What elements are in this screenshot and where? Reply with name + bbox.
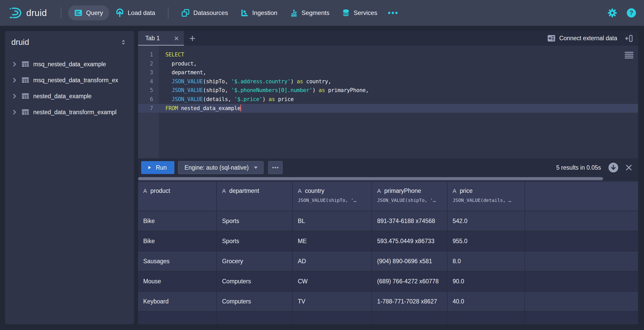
- chevron-right-icon[interactable]: [11, 109, 18, 115]
- chevron-right-icon[interactable]: [11, 93, 18, 99]
- editor-lines: 1SELECT2 product,3 department,4 JSON_VAL…: [138, 46, 638, 113]
- table-cell[interactable]: Bike: [138, 231, 217, 251]
- table-cell[interactable]: 891-374-6188 x74568: [372, 211, 447, 231]
- new-tab-button[interactable]: [184, 31, 201, 46]
- code-line[interactable]: 6 JSON_VALUE(details, '$.price') as pric…: [138, 95, 638, 104]
- run-more-button[interactable]: [268, 161, 283, 174]
- table-cell[interactable]: AD: [293, 251, 372, 271]
- table-cell[interactable]: 955.0: [447, 231, 525, 251]
- column-header-primaryPhone[interactable]: AprimaryPhoneJSON_VALUE(shipTo, '…: [372, 182, 447, 211]
- line-number: 5: [138, 86, 159, 95]
- tab-1[interactable]: Tab 1: [138, 31, 184, 46]
- sidebar-table-item[interactable]: msq_nested_data_transform_ex: [11, 72, 130, 88]
- sidebar-table-item[interactable]: msq_nested_data_example: [11, 56, 130, 72]
- column-header-empty: [525, 182, 638, 211]
- run-bar: Run Engine: auto (sql-native) 5 results …: [138, 158, 638, 177]
- table-cell-empty: [217, 311, 293, 324]
- table-cell[interactable]: Sausages: [138, 251, 217, 271]
- nav-item-query[interactable]: Query: [68, 5, 109, 20]
- table-cell-empty: [293, 311, 372, 324]
- nav-item-datasources[interactable]: Datasources: [175, 5, 234, 20]
- table-cell[interactable]: TV: [293, 291, 372, 311]
- table-cell[interactable]: 1-788-771-7028 x8627: [372, 291, 447, 311]
- editor-menu-icon[interactable]: [625, 52, 633, 59]
- table-cell[interactable]: Computers: [217, 291, 293, 311]
- table-cell[interactable]: Keyboard: [138, 291, 217, 311]
- code-line[interactable]: 5 JSON_VALUE(shipTo, '$.phoneNumbers[0].…: [138, 86, 638, 95]
- table-row: BikeSportsME593.475.0449 x86733955.0: [138, 231, 638, 251]
- druid-logo[interactable]: druid: [9, 6, 47, 20]
- nav-item-ingestion[interactable]: Ingestion: [234, 5, 283, 20]
- table-cell[interactable]: 40.0: [447, 291, 525, 311]
- settings-gear-icon[interactable]: [607, 8, 617, 18]
- table-cell[interactable]: (689) 766-4272 x60778: [372, 271, 447, 291]
- column-header-name: Aprice: [447, 182, 524, 194]
- horizontal-scrollbar-thumb[interactable]: [138, 177, 603, 180]
- table-cell[interactable]: 90.0: [447, 271, 525, 291]
- string-type-icon: A: [298, 188, 302, 194]
- table-cell-empty: [138, 311, 217, 324]
- connect-external-data-button[interactable]: Connect external data: [547, 34, 617, 42]
- text-cursor: [240, 105, 241, 111]
- workspace: druid msq_nested_data_example msq_nested…: [0, 26, 644, 330]
- sidebar-table-item[interactable]: nested_data_example: [11, 88, 130, 104]
- nav-item-segments[interactable]: Segments: [284, 5, 336, 20]
- engine-label: Engine: auto (sql-native): [184, 164, 249, 171]
- close-results-icon[interactable]: [625, 164, 632, 171]
- table-name: msq_nested_data_transform_ex: [33, 77, 118, 84]
- table-cell[interactable]: Grocery: [217, 251, 293, 271]
- table-cell[interactable]: (904) 890-0696 x581: [372, 251, 447, 271]
- druid-logo-icon: [9, 6, 22, 20]
- tab-close-icon[interactable]: [174, 36, 179, 41]
- run-button[interactable]: Run: [141, 161, 174, 174]
- chevron-right-icon[interactable]: [11, 77, 18, 83]
- column-header-name: Acountry: [293, 182, 371, 194]
- column-header-product[interactable]: Aproduct: [138, 182, 217, 211]
- nav-more-button[interactable]: [384, 5, 402, 20]
- code-line[interactable]: 1SELECT: [138, 50, 638, 59]
- chevron-right-icon[interactable]: [11, 61, 18, 67]
- results-status: 5 results in 0.05s: [556, 164, 601, 171]
- table-cell[interactable]: CW: [293, 271, 372, 291]
- string-type-icon: A: [222, 188, 226, 194]
- load-data-icon: [115, 8, 124, 18]
- table-cell[interactable]: Bike: [138, 211, 217, 231]
- engine-select[interactable]: Engine: auto (sql-native): [178, 161, 263, 174]
- table-cell[interactable]: 8.0: [447, 251, 525, 271]
- string-type-icon: A: [377, 188, 381, 194]
- column-formula: JSON_VALUE(shipTo, '…: [293, 194, 371, 203]
- table-row: MouseComputersCW(689) 766-4272 x6077890.…: [138, 271, 638, 291]
- help-icon[interactable]: ?: [626, 8, 636, 18]
- table-cell[interactable]: BL: [293, 211, 372, 231]
- sql-editor[interactable]: 1SELECT2 product,3 department,4 JSON_VAL…: [138, 46, 638, 158]
- code-line[interactable]: 4 JSON_VALUE(shipTo, '$.address.country'…: [138, 77, 638, 86]
- code-line[interactable]: 7FROM nested_data_example: [138, 104, 638, 113]
- nav-item-load-data[interactable]: Load data: [109, 5, 162, 20]
- code-line[interactable]: 2 product,: [138, 59, 638, 68]
- table-cell-empty: [525, 291, 638, 311]
- table-cell[interactable]: Mouse: [138, 271, 217, 291]
- column-name: country: [305, 187, 324, 194]
- nav-item-services[interactable]: Services: [336, 5, 384, 20]
- table-cell[interactable]: ME: [293, 231, 372, 251]
- column-header-department[interactable]: Adepartment: [217, 182, 293, 211]
- table-row: BikeSportsBL891-374-6188 x74568542.0: [138, 211, 638, 231]
- column-header-country[interactable]: AcountryJSON_VALUE(shipTo, '…: [293, 182, 372, 211]
- table-cell[interactable]: 593.475.0449 x86733: [372, 231, 447, 251]
- column-formula: JSON_VALUE(shipTo, '…: [372, 194, 447, 203]
- code-line[interactable]: 3 department,: [138, 68, 638, 77]
- connect-external-data-icon: [547, 34, 555, 42]
- table-cell[interactable]: 542.0: [447, 211, 525, 231]
- sidebar-table-item[interactable]: nested_data_transform_exampl: [11, 104, 130, 120]
- table-cell[interactable]: Sports: [217, 231, 293, 251]
- download-results-icon[interactable]: [608, 162, 618, 173]
- column-header-price[interactable]: ApriceJSON_VALUE(details, …: [447, 182, 525, 211]
- table-cell[interactable]: Computers: [217, 271, 293, 291]
- services-icon: [342, 9, 350, 17]
- hide-panel-icon[interactable]: [625, 34, 633, 43]
- table-cell[interactable]: Sports: [217, 211, 293, 231]
- code-text: product,: [159, 59, 638, 68]
- column-header-name: Aproduct: [138, 182, 216, 194]
- run-label: Run: [156, 164, 167, 171]
- sort-icon[interactable]: [120, 39, 127, 46]
